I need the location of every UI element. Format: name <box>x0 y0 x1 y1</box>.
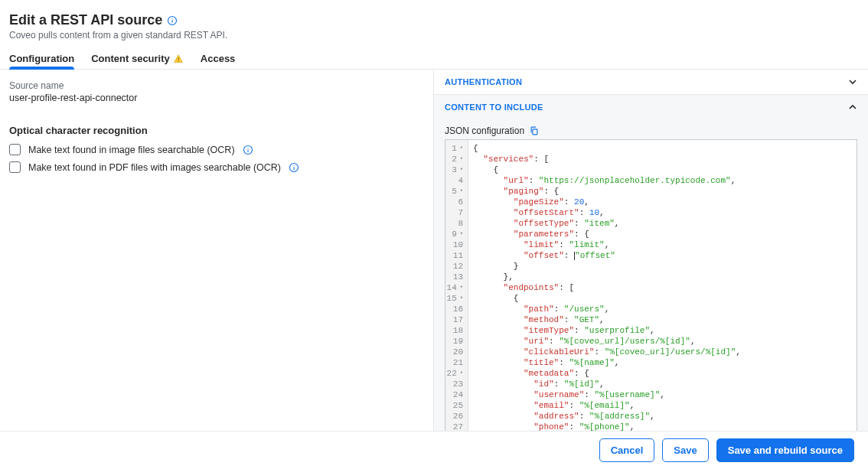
content-header[interactable]: CONTENT TO INCLUDE <box>434 95 868 119</box>
source-name-label: Source name <box>9 80 424 91</box>
ocr-image-row: Make text found in image files searchabl… <box>9 144 424 155</box>
footer: Cancel Save Save and rebuild source <box>0 431 868 469</box>
source-name-value: user-profile-rest-api-connector <box>9 93 424 103</box>
chevron-up-icon <box>848 103 857 112</box>
info-icon[interactable] <box>243 145 253 155</box>
page-header: Edit a REST API source Coveo pulls conte… <box>0 0 868 42</box>
ocr-image-label: Make text found in image files searchabl… <box>28 145 235 155</box>
authentication-header[interactable]: AUTHENTICATION <box>434 70 868 94</box>
info-icon[interactable] <box>167 15 178 26</box>
tabs: Configuration Content security Access <box>0 42 868 70</box>
code-content[interactable]: { "services": [ { "url": "https://jsonpl… <box>468 140 857 436</box>
ocr-pdf-checkbox[interactable] <box>9 161 21 173</box>
svg-point-10 <box>293 164 294 165</box>
svg-point-7 <box>247 147 248 148</box>
ocr-pdf-label: Make text found in PDF files with images… <box>28 162 281 173</box>
svg-point-2 <box>172 18 173 18</box>
page-subtitle: Coveo pulls content from a given standar… <box>9 30 859 41</box>
tab-access[interactable]: Access <box>201 53 236 69</box>
chevron-down-icon <box>848 77 857 86</box>
content-accordion: CONTENT TO INCLUDE JSON configuration 12… <box>434 95 868 438</box>
save-button[interactable]: Save <box>662 438 708 462</box>
ocr-heading: Optical character recognition <box>9 125 424 136</box>
info-icon[interactable] <box>289 162 299 173</box>
code-gutter: 1234567891011121314151617181920212223242… <box>445 140 468 436</box>
editor-section: JSON configuration 123456789101112131415… <box>434 119 868 437</box>
json-config-label: JSON configuration <box>445 125 524 136</box>
page-title: Edit a REST API source <box>9 12 162 28</box>
json-code-editor[interactable]: 1234567891011121314151617181920212223242… <box>445 139 857 437</box>
ocr-pdf-row: Make text found in PDF files with images… <box>9 161 424 173</box>
tab-content-security[interactable]: Content security <box>91 53 184 69</box>
svg-rect-11 <box>533 129 537 135</box>
left-panel: Source name user-profile-rest-api-connec… <box>0 70 434 438</box>
authentication-accordion: AUTHENTICATION <box>434 70 868 95</box>
cancel-button[interactable]: Cancel <box>599 438 655 462</box>
copy-icon[interactable] <box>529 125 540 136</box>
ocr-image-checkbox[interactable] <box>9 144 21 155</box>
svg-point-4 <box>178 60 178 61</box>
right-panel: AUTHENTICATION CONTENT TO INCLUDE JSON c… <box>434 70 868 438</box>
save-rebuild-button[interactable]: Save and rebuild source <box>716 438 854 462</box>
tab-configuration[interactable]: Configuration <box>9 53 74 69</box>
warning-icon <box>173 54 184 64</box>
